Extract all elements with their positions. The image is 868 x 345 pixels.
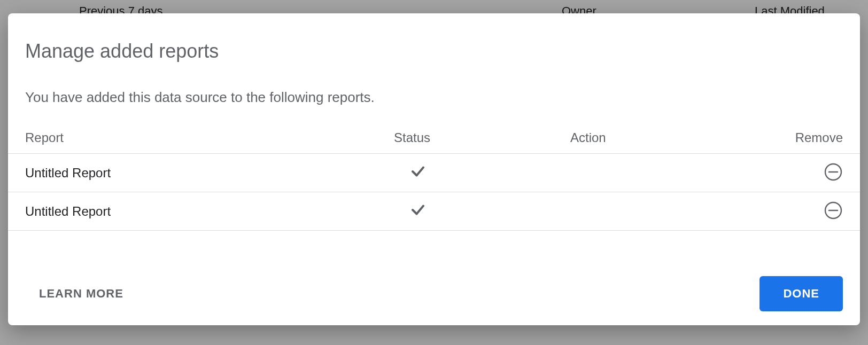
report-name: Untitled Report xyxy=(25,204,394,219)
learn-more-button[interactable]: LEARN MORE xyxy=(39,287,123,301)
check-icon xyxy=(394,163,426,183)
dialog-title: Manage added reports xyxy=(8,40,860,62)
check-icon xyxy=(394,202,426,221)
report-name: Untitled Report xyxy=(25,166,394,181)
dialog-actions: LEARN MORE DONE xyxy=(8,276,860,325)
col-header-status: Status xyxy=(394,130,570,145)
remove-circle-icon xyxy=(824,162,843,183)
remove-button[interactable] xyxy=(824,202,843,221)
reports-table: Report Status Action Remove Untitled Rep… xyxy=(8,122,860,276)
dialog-subtitle: You have added this data source to the f… xyxy=(8,89,860,106)
remove-button[interactable] xyxy=(824,163,843,183)
col-header-report: Report xyxy=(25,130,394,145)
done-button[interactable]: DONE xyxy=(759,276,843,311)
manage-added-reports-dialog: Manage added reports You have added this… xyxy=(8,13,860,325)
col-header-action: Action xyxy=(570,130,765,145)
table-row: Untitled Report xyxy=(8,192,860,231)
table-row: Untitled Report xyxy=(8,154,860,192)
table-header: Report Status Action Remove xyxy=(8,122,860,154)
col-header-remove: Remove xyxy=(765,130,843,145)
remove-circle-icon xyxy=(824,201,843,222)
